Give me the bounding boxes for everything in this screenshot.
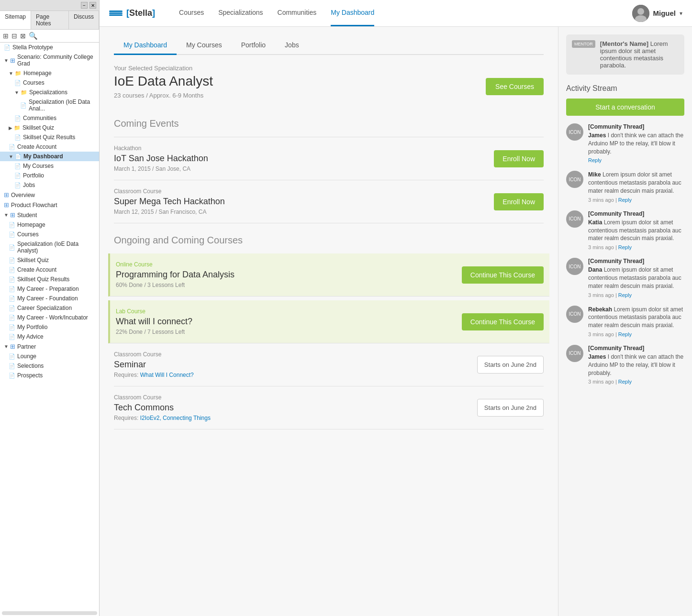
tree-item-lounge[interactable]: 📄 Lounge <box>0 352 99 361</box>
tree-item-specializations[interactable]: ▼ 📁 Specializations <box>0 88 99 97</box>
nav-courses[interactable]: Courses <box>179 0 204 26</box>
tree-item-my-portfolio[interactable]: 📄 My Portfolio <box>0 322 99 332</box>
activity-content-5: [Community Thread] James I don't think w… <box>588 345 684 385</box>
enroll-button-2[interactable]: Enroll Now <box>494 193 544 210</box>
nav-my-dashboard[interactable]: My Dashboard <box>331 0 374 26</box>
coming-events-section: Coming Events Hackathon IoT San Jose Hac… <box>114 118 544 223</box>
tree-item-skillset-quiz[interactable]: ▶ 📁 Skillset Quiz <box>0 123 99 132</box>
tree-item-my-dashboard[interactable]: ▼ 📄 My Dashboard <box>0 152 99 161</box>
reply-link-4[interactable]: Reply <box>618 331 632 337</box>
close-icon[interactable]: ✕ <box>89 2 96 9</box>
tree-item-career-specialization[interactable]: 📄 Career Specialization <box>0 303 99 313</box>
page-icon: 📄 <box>14 115 21 121</box>
activity-text-5: James I don't think we can attach the Ar… <box>588 353 684 377</box>
course-row-1: Online Course Programming for Data Analy… <box>108 253 549 297</box>
link-icon[interactable]: ⊠ <box>20 32 26 40</box>
content-area: My Dashboard My Courses Portfolio Jobs Y… <box>100 27 692 616</box>
event-type-1: Hackathon <box>114 145 208 152</box>
see-courses-button[interactable]: See Courses <box>486 78 544 95</box>
sidebar-toolbar: ⊞ ⊟ ⊠ 🔍 <box>0 30 99 43</box>
tree-item-jobs[interactable]: 📄 Jobs <box>0 180 99 190</box>
search-icon[interactable]: 🔍 <box>29 32 38 40</box>
main-area: [Stella] Courses Specializations Communi… <box>100 0 692 616</box>
tree-item-my-career-work[interactable]: 📄 My Career - Work/Incubator <box>0 313 99 322</box>
course-type-2: Lab Course <box>116 308 192 315</box>
continue-button-2[interactable]: Continue This Course <box>462 313 544 330</box>
tree-item-product-flowchart[interactable]: ⊞ Product Flowchart <box>0 200 99 210</box>
tree-item-my-courses[interactable]: 📄 My Courses <box>0 161 99 171</box>
activity-footer-2: 3 mins ago | Reply <box>588 244 684 250</box>
tree-item-my-career-prep[interactable]: 📄 My Career - Preparation <box>0 284 99 294</box>
starts-button-4[interactable]: Starts on June 2nd <box>477 399 544 417</box>
course-row-4: Classroom Course Tech Commons Requires: … <box>114 386 544 429</box>
event-meta-1: March 1, 2015 / San Jose, CA <box>114 165 208 172</box>
tree-item-student-spec[interactable]: 📄 Specialization (IoE Data Analyst) <box>0 239 99 255</box>
tree-item-student-quiz-results[interactable]: 📄 Skillset Quiz Results <box>0 275 99 284</box>
expand-arrow: ▼ <box>9 154 13 159</box>
tab-discuss[interactable]: Discuss <box>69 11 99 29</box>
tree-item-specialization-ioe[interactable]: 📄 Specialization (IoE Data Anal... <box>0 97 99 113</box>
tab-page-notes[interactable]: Page Notes <box>31 11 69 29</box>
dropdown-arrow-icon[interactable]: ▾ <box>680 10 682 17</box>
expand-arrow: ▼ <box>9 71 13 76</box>
event-info-1: Hackathon IoT San Jose Hackathon March 1… <box>114 145 208 172</box>
tree-item-homepage[interactable]: ▼ 📁 Homepage <box>0 68 99 78</box>
mentor-box: MENTOR [Mentor's Name] Lorem ipsum dolor… <box>566 34 684 75</box>
activity-item-3: ICON [Community Thread] Dana Lorem ipsum… <box>566 258 684 297</box>
tree-item-partner[interactable]: ▼ ⊞ Partner <box>0 341 99 352</box>
tab-my-dashboard[interactable]: My Dashboard <box>114 36 177 55</box>
sidebar-scrollbar[interactable] <box>2 611 97 615</box>
tree-item-student-courses[interactable]: 📄 Courses <box>0 230 99 239</box>
reply-link-2[interactable]: Reply <box>618 244 632 250</box>
starts-button-3[interactable]: Starts on June 2nd <box>477 356 544 374</box>
tree-item-student-skillset[interactable]: 📄 Skillset Quiz <box>0 255 99 265</box>
activity-content-2: [Community Thread] Katia Lorem ipsum dol… <box>588 210 684 250</box>
tree-item-prospects[interactable]: 📄 Prospects <box>0 371 99 380</box>
expand-arrow: ▶ <box>9 125 12 131</box>
tab-my-courses[interactable]: My Courses <box>177 36 232 55</box>
tree-item-overview[interactable]: ⊞ Overview <box>0 190 99 200</box>
minimize-icon[interactable]: − <box>81 2 88 9</box>
reply-link-3[interactable]: Reply <box>618 292 632 298</box>
page-icon: 📄 <box>9 373 15 379</box>
tree-item-communities[interactable]: 📄 Communities <box>0 113 99 123</box>
tree-item-student-create-account[interactable]: 📄 Create Account <box>0 265 99 275</box>
nav-communities[interactable]: Communities <box>278 0 317 26</box>
section-icon: ⊞ <box>4 191 9 198</box>
activity-footer-0: Reply <box>588 157 684 163</box>
tree-item-student[interactable]: ▼ ⊞ Student <box>0 210 99 220</box>
tag-icon[interactable]: ⊟ <box>11 32 17 40</box>
tree-item-my-advice[interactable]: 📄 My Advice <box>0 332 99 341</box>
avatar-dana-3: ICON <box>566 258 583 275</box>
reply-link-1[interactable]: Reply <box>618 197 632 203</box>
start-conversation-button[interactable]: Start a conversation <box>566 99 684 116</box>
tab-jobs[interactable]: Jobs <box>275 36 309 55</box>
reply-link-5[interactable]: Reply <box>618 379 632 385</box>
user-area: Miguel ▾ <box>632 5 683 22</box>
tab-sitemap[interactable]: Sitemap <box>0 11 31 29</box>
tree-item-courses[interactable]: 📄 Courses <box>0 78 99 88</box>
tree-item-portfolio[interactable]: 📄 Portfolio <box>0 171 99 180</box>
enroll-button-1[interactable]: Enroll Now <box>494 150 544 167</box>
page-icon: 📄 <box>9 257 15 264</box>
tree-item-student-homepage[interactable]: 📄 Homepage <box>0 220 99 230</box>
tree-item-my-career-foundation[interactable]: 📄 My Career - Foundation <box>0 294 99 303</box>
tree-item-create-account[interactable]: 📄 Create Account <box>0 142 99 152</box>
tree-item-stella-prototype[interactable]: 📄 Stella Prototype <box>0 43 99 52</box>
sidebar-tree: 📄 Stella Prototype ▼ ⊞ Scenario: Communi… <box>0 43 99 610</box>
activity-text-0: James I don't think we can attach the Ar… <box>588 132 684 155</box>
nav-specializations[interactable]: Specializations <box>218 0 263 26</box>
cisco-bar-1 <box>109 11 123 12</box>
activity-footer-4: 3 mins ago | Reply <box>588 331 684 337</box>
reply-link-0[interactable]: Reply <box>588 157 602 163</box>
event-row-1: Hackathon IoT San Jose Hackathon March 1… <box>114 137 544 180</box>
continue-button-1[interactable]: Continue This Course <box>462 266 544 284</box>
folder-icon: 📁 <box>21 89 27 96</box>
tab-portfolio[interactable]: Portfolio <box>232 36 275 55</box>
grid-icon[interactable]: ⊞ <box>3 32 9 40</box>
activity-item-5: ICON [Community Thread] James I don't th… <box>566 345 684 385</box>
mentor-name: [Mentor's Name] <box>600 40 648 47</box>
tree-item-scenario[interactable]: ▼ ⊞ Scenario: Community College Grad <box>0 52 99 68</box>
tree-item-selections[interactable]: 📄 Selections <box>0 361 99 371</box>
tree-item-skillset-results[interactable]: 📄 Skillset Quiz Results <box>0 132 99 142</box>
